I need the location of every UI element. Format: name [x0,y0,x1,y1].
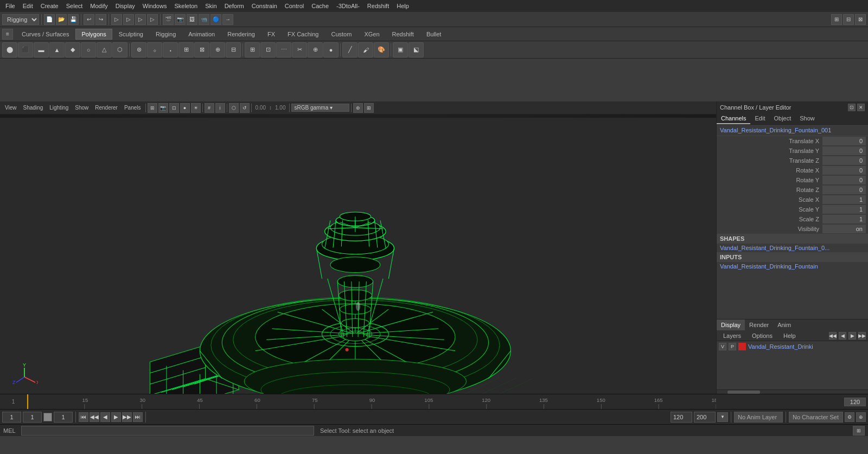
mel-input[interactable] [21,426,314,436]
menu-edit[interactable]: Edit [20,2,36,10]
bb-anim-layer[interactable]: No Anim Layer [734,412,783,423]
layout-btn1[interactable]: ⊞ [831,14,842,25]
tab-custom[interactable]: Custom [326,29,358,40]
subdiv-btn[interactable]: ▣ [393,42,408,57]
mode-selector[interactable]: Rigging [2,14,39,25]
layout-btn2[interactable]: ⊟ [843,14,854,25]
vp-shading-menu[interactable]: Shading [21,104,46,111]
pb-step-back[interactable]: ◀◀ [90,412,99,422]
pb-prev-frame[interactable]: ◀ [100,412,110,422]
viewport[interactable]: View Shading Lighting Show Renderer Pane… [0,101,716,394]
separate-btn[interactable]: ⊠ [194,42,209,57]
cb-value-rx[interactable]: 0 [822,166,866,175]
vp-light-btn[interactable]: ☀ [191,103,201,113]
tab-redshift[interactable]: Redshift [386,29,420,40]
cb-value-sy[interactable]: 1 [822,205,866,214]
redo-btn[interactable]: ↪ [95,14,106,25]
vp-sel-mode-btn[interactable]: ⊞ [148,103,157,113]
pyramid-btn[interactable]: △ [97,42,112,57]
layer-playback[interactable]: P [729,343,736,350]
cone-btn[interactable]: ▲ [49,42,65,57]
timeline-end-frame[interactable]: 120 [844,398,866,406]
cb-shape-item[interactable]: Vandal_Resistant_Drinking_Fountain_0... [717,244,868,252]
bb-range-end[interactable]: 200 [694,412,716,423]
bb-color-swatch[interactable] [43,413,52,421]
layer-nav-prev-prev[interactable]: ◀◀ [829,332,837,340]
vp-view-menu[interactable]: View [2,104,20,111]
save-file-btn[interactable]: 💾 [68,14,79,25]
tab-rigging[interactable]: Rigging [150,29,182,40]
menu-deform[interactable]: Deform [221,2,247,10]
tab-bullet[interactable]: Bullet [420,29,448,40]
menu-display[interactable]: Display [112,2,138,10]
btn4[interactable]: ▷ [147,14,158,25]
render5-btn[interactable]: → [222,14,233,25]
menu-control[interactable]: Control [282,2,307,10]
vp-heads-up-btn[interactable]: i [215,103,225,113]
layer-nav-next[interactable]: ▶ [848,332,856,340]
menu-create[interactable]: Create [37,2,62,10]
pb-go-end[interactable]: ⏭ [133,412,143,422]
diamond-btn[interactable]: ◆ [65,42,80,57]
tab-xgen[interactable]: XGen [358,29,385,40]
cb-bottom-tab-anim[interactable]: Anim [773,319,795,330]
sphere-btn[interactable]: ⬤ [2,42,17,57]
cb-close-btn[interactable]: ✕ [857,104,865,111]
mirror-btn[interactable]: ⊟ [226,42,241,57]
tab-fx[interactable]: FX [261,29,281,40]
paint-btn[interactable]: 🎨 [374,42,389,57]
ipr-btn[interactable]: 📷 [175,14,186,25]
cb-value-tz[interactable]: 0 [822,156,866,165]
cb-tab-show[interactable]: Show [795,113,819,124]
vp-wireframe-btn[interactable]: ⊡ [169,103,179,113]
vp-grid-btn[interactable]: # [205,103,214,113]
bb-playback-end[interactable]: 120 [671,412,692,423]
cb-input-item[interactable]: Vandal_Resistant_Drinking_Fountain [717,262,868,271]
cylinder-btn[interactable]: ▬ [34,42,49,57]
offset-loop-btn[interactable]: ⊡ [260,42,276,57]
render3-btn[interactable]: 📹 [199,14,209,25]
cb-layers-tab[interactable]: Layers [719,331,745,341]
vp-camera-btn[interactable]: 📷 [158,103,168,113]
boolean-btn[interactable]: ⊕ [210,42,225,57]
vp-copy-btn[interactable]: ⊞ [364,103,374,113]
layout-btn3[interactable]: ⊠ [855,14,866,25]
layer-name[interactable]: Vandal_Resistant_Drinki [748,343,813,350]
menu-redshift[interactable]: Redshift [364,2,392,10]
mel-script-editor-btn[interactable]: ⊞ [853,426,865,436]
cb-options-tab[interactable]: Options [748,331,777,341]
bevel-btn[interactable]: ⬩ [163,42,178,57]
cb-value-tx[interactable]: 0 [822,137,866,145]
menu-select[interactable]: Select [63,2,86,10]
insert-loop-btn[interactable]: ⊞ [245,42,260,57]
viewport-canvas[interactable]: X Y Z persp [0,114,716,394]
tab-fxcaching[interactable]: FX Caching [282,29,324,40]
vp-panels-menu[interactable]: Panels [122,104,144,111]
pb-play[interactable]: ▶ [111,412,121,422]
sculpt-btn[interactable]: 🖌 [358,42,373,57]
tab-rendering[interactable]: Rendering [221,29,261,40]
cb-value-rz[interactable]: 0 [822,186,866,194]
tab-animation[interactable]: Animation [182,29,221,40]
torus-btn[interactable]: ○ [81,42,96,57]
bb-frame-start[interactable]: 1 [2,412,21,423]
smooth-btn[interactable]: ⊛ [131,42,146,57]
menu-file[interactable]: File [2,2,18,10]
menu-modify[interactable]: Modify [87,2,111,10]
tab-polygons[interactable]: Polygons [75,29,112,40]
cage-btn[interactable]: ⬕ [409,42,424,57]
tab-sculpting[interactable]: Sculpting [113,29,149,40]
vp-iso-btn[interactable]: ⬡ [229,103,239,113]
bb-frame-step[interactable]: 1 [23,412,42,423]
new-file-btn[interactable]: 📄 [44,14,55,25]
bb-range-arrow[interactable]: ▼ [717,412,728,422]
layer-nav-prev[interactable]: ◀ [839,332,846,340]
menu-cache[interactable]: Cache [308,2,332,10]
btn3[interactable]: ▷ [135,14,146,25]
cb-value-vis[interactable]: on [822,225,866,233]
timeline-ruler[interactable]: 15 30 45 60 75 90 105 120 135 150 [27,394,716,409]
open-file-btn[interactable]: 📂 [56,14,67,25]
menu-help[interactable]: Help [393,2,412,10]
pb-go-start[interactable]: ⏮ [79,412,88,422]
btn2[interactable]: ▷ [123,14,134,25]
